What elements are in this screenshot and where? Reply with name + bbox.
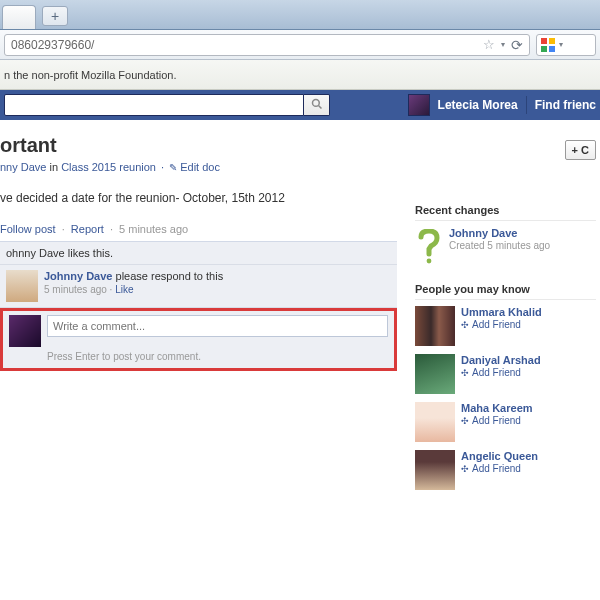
avatar[interactable]: [408, 94, 430, 116]
comment-like-link[interactable]: Like: [115, 284, 133, 295]
comment-time: 5 minutes ago: [44, 284, 107, 295]
bookmark-bar: n the non-profit Mozilla Foundation.: [0, 60, 600, 90]
pymk-avatar[interactable]: [415, 402, 455, 442]
new-tab-button[interactable]: +: [42, 6, 68, 26]
pymk-avatar[interactable]: [415, 306, 455, 346]
pymk-name[interactable]: Angelic Queen: [461, 450, 538, 462]
post-time: 5 minutes ago: [119, 223, 188, 235]
recent-change-sub: Created 5 minutes ago: [449, 240, 550, 251]
add-friend-link[interactable]: ✣Add Friend: [461, 463, 538, 474]
pymk-name[interactable]: Daniyal Arshad: [461, 354, 541, 366]
comment-text: Johnny Dave please respond to this 5 min…: [44, 270, 223, 302]
url-input[interactable]: 086029379660/ ☆ ▾ ⟳: [4, 34, 530, 56]
comment-block: ohnny Dave likes this. Johnny Dave pleas…: [0, 241, 397, 371]
report-link[interactable]: Report: [71, 223, 104, 235]
content: ortant nny Dave in Class 2015 reunion · …: [0, 120, 600, 506]
search-engine-box[interactable]: ▾: [536, 34, 596, 56]
pymk-avatar[interactable]: [415, 354, 455, 394]
url-text: 086029379660/: [11, 38, 483, 52]
search-wrap: [4, 94, 408, 116]
add-friend-link[interactable]: ✣Add Friend: [461, 319, 542, 330]
pymk-name[interactable]: Ummara Khalid: [461, 306, 542, 318]
comment-input[interactable]: [47, 315, 388, 337]
url-tools: ☆ ▾ ⟳: [483, 37, 523, 53]
byline: nny Dave in Class 2015 reunion · ✎ Edit …: [0, 161, 397, 173]
pymk-item: Maha Kareem ✣Add Friend: [415, 402, 596, 442]
post-actions: Follow post · Report · 5 minutes ago: [0, 223, 397, 235]
recent-change-name[interactable]: Johnny Dave: [449, 227, 550, 239]
right-column: Recent changes Johnny Dave Created 5 min…: [415, 134, 600, 506]
browser-url-row: 086029379660/ ☆ ▾ ⟳ ▾: [0, 30, 600, 60]
header-divider: [526, 96, 527, 114]
pymk-item: Ummara Khalid ✣Add Friend: [415, 306, 596, 346]
pencil-icon: ✎: [169, 162, 177, 173]
pymk-name[interactable]: Maha Kareem: [461, 402, 533, 414]
pymk-item: Daniyal Arshad ✣Add Friend: [415, 354, 596, 394]
search-button[interactable]: [304, 94, 330, 116]
write-row: [9, 315, 388, 347]
my-avatar[interactable]: [9, 315, 41, 347]
url-dropdown-icon[interactable]: ▾: [501, 40, 505, 49]
question-mark-icon: [415, 227, 443, 267]
svg-point-0: [312, 99, 319, 106]
comment-hint: Press Enter to post your comment.: [47, 351, 388, 362]
add-button[interactable]: + C: [565, 140, 596, 160]
edit-doc-link[interactable]: Edit doc: [180, 161, 220, 173]
pymk-avatar[interactable]: [415, 450, 455, 490]
facebook-header: Letecia Morea Find frienc: [0, 90, 600, 120]
comment-meta: 5 minutes ago · Like: [44, 284, 223, 295]
write-comment-box: Press Enter to post your comment.: [0, 308, 397, 371]
recent-changes-section: Recent changes Johnny Dave Created 5 min…: [415, 204, 596, 267]
add-friend-link[interactable]: ✣Add Friend: [461, 367, 541, 378]
group-link[interactable]: Class 2015 reunion: [61, 161, 156, 173]
add-friend-icon: ✣: [461, 464, 469, 474]
recent-change-item: Johnny Dave Created 5 minutes ago: [415, 227, 596, 267]
browser-tab[interactable]: [2, 5, 36, 29]
pymk-heading: People you may know: [415, 283, 596, 300]
google-icon: [541, 38, 555, 52]
browser-tab-bar: +: [0, 0, 600, 30]
refresh-icon[interactable]: ⟳: [511, 37, 523, 53]
add-friend-icon: ✣: [461, 416, 469, 426]
author-link[interactable]: nny Dave: [0, 161, 46, 173]
commenter-avatar[interactable]: [6, 270, 38, 302]
comment-row: Johnny Dave please respond to this 5 min…: [0, 265, 397, 308]
pymk-section: People you may know Ummara Khalid ✣Add F…: [415, 283, 596, 490]
profile-link[interactable]: Letecia Morea: [438, 98, 518, 112]
header-right: Letecia Morea Find frienc: [408, 94, 596, 116]
recent-changes-heading: Recent changes: [415, 204, 596, 221]
pymk-item: Angelic Queen ✣Add Friend: [415, 450, 596, 490]
svg-point-2: [427, 259, 432, 264]
doc-body: ve decided a date for the reunion- Octob…: [0, 191, 397, 205]
bookmark-star-icon[interactable]: ☆: [483, 37, 495, 52]
add-friend-link[interactable]: ✣Add Friend: [461, 415, 533, 426]
svg-line-1: [318, 105, 321, 108]
likes-row: ohnny Dave likes this.: [0, 242, 397, 265]
search-icon: [311, 98, 323, 113]
follow-post-link[interactable]: Follow post: [0, 223, 56, 235]
commenter-name[interactable]: Johnny Dave: [44, 270, 112, 282]
search-engine-dropdown-icon[interactable]: ▾: [559, 40, 563, 49]
main-column: ortant nny Dave in Class 2015 reunion · …: [0, 134, 415, 506]
add-friend-icon: ✣: [461, 368, 469, 378]
add-friend-icon: ✣: [461, 320, 469, 330]
find-friends-link[interactable]: Find frienc: [535, 98, 596, 112]
doc-title: ortant: [0, 134, 397, 157]
search-input[interactable]: [4, 94, 304, 116]
bookmark-bar-text: n the non-profit Mozilla Foundation.: [4, 69, 176, 81]
